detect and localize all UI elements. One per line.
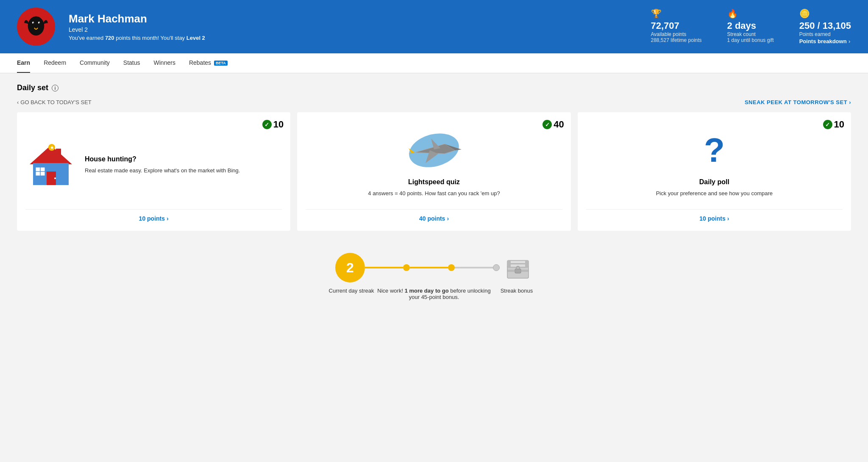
- nav-rebates[interactable]: Rebates BETA: [189, 53, 228, 73]
- streak-day-circle: 2: [335, 253, 365, 282]
- main-content: Daily set i ‹ GO BACK TO TODAY'S SET SNE…: [0, 73, 868, 334]
- available-points-value: 72,707: [651, 20, 702, 31]
- card-lightspeed-quiz[interactable]: ✓ 40: [297, 112, 570, 231]
- svg-point-7: [39, 22, 40, 23]
- back-to-today-link[interactable]: ‹ GO BACK TO TODAY'S SET: [17, 99, 92, 105]
- streak-count-label: Streak count: [727, 31, 774, 37]
- streak-dot-3: [493, 264, 500, 271]
- user-name: Mark Hachman: [69, 12, 637, 25]
- nav-community[interactable]: Community: [80, 53, 110, 73]
- card-2-check: ✓: [542, 120, 552, 129]
- card-2-footer: 40 points ›: [306, 209, 562, 222]
- card-1-desc: Real estate made easy. Explore what's on…: [85, 166, 282, 175]
- nav-winners[interactable]: Winners: [154, 53, 175, 73]
- house-svg: ★: [25, 141, 76, 188]
- streak-current-label: Current day streak: [329, 288, 374, 294]
- svg-rect-23: [507, 270, 529, 272]
- streak-bold-text: 1 more day to go: [405, 288, 449, 294]
- lifetime-points: 288,527 lifetime points: [651, 37, 702, 43]
- user-monthly-message: You've earned 720 points this month! You…: [69, 35, 637, 41]
- svg-point-6: [33, 22, 34, 23]
- card-house-hunting[interactable]: ✓ 10 ★: [17, 112, 290, 231]
- stat-streak: 🔥 2 days Streak count 1 day until bonus …: [727, 8, 774, 45]
- card-1-points-badge: ✓ 10: [262, 119, 284, 130]
- section-title: Daily set i: [17, 83, 851, 92]
- header: Mark Hachman Level 2 You've earned 720 p…: [0, 0, 868, 53]
- chest-svg: [505, 256, 531, 279]
- main-nav: Earn Redeem Community Status Winners Reb…: [0, 53, 868, 73]
- points-earned-value: 250 / 13,105: [799, 20, 851, 31]
- flame-icon: 🔥: [727, 8, 774, 19]
- card-3-body: ? Daily poll Pick your preference and se…: [586, 121, 843, 209]
- avatar: [17, 8, 55, 46]
- svg-rect-9: [56, 149, 61, 157]
- svg-text:★: ★: [50, 145, 54, 150]
- card-3-desc: Pick your preference and see how you com…: [656, 189, 773, 198]
- stat-points-earned: 🪙 250 / 13,105 Points earned Points brea…: [799, 8, 851, 45]
- streak-bonus-col: Streak bonus: [493, 288, 540, 294]
- user-level: Level 2: [69, 26, 637, 33]
- card-1-check: ✓: [262, 120, 272, 129]
- nav-status[interactable]: Status: [123, 53, 140, 73]
- card-1-text: House hunting? Real estate made easy. Ex…: [85, 155, 282, 175]
- user-info: Mark Hachman Level 2 You've earned 720 p…: [69, 12, 637, 41]
- card-2-title: Lightspeed quiz: [408, 178, 460, 186]
- streak-middle-text: Nice work! 1 more day to go before unloc…: [375, 288, 493, 300]
- nav-redeem[interactable]: Redeem: [44, 53, 66, 73]
- card-1-title: House hunting?: [85, 155, 282, 163]
- card-2-footer-link[interactable]: 40 points ›: [419, 215, 449, 222]
- streak-line-3: [455, 267, 493, 268]
- svg-point-14: [54, 177, 56, 179]
- trophy-icon: 🏆: [651, 8, 702, 19]
- stat-available-points: 🏆 72,707 Available points 288,527 lifeti…: [651, 8, 702, 45]
- card-3-footer-link[interactable]: 10 points ›: [699, 215, 729, 222]
- card-2-body: Lightspeed quiz 4 answers = 40 points. H…: [306, 121, 562, 209]
- cards-row: ✓ 10 ★: [17, 112, 851, 231]
- avatar-icon: [21, 12, 51, 41]
- question-mark-icon: ?: [704, 133, 725, 167]
- points-breakdown-link[interactable]: Points breakdown: [799, 38, 847, 44]
- header-stats: 🏆 72,707 Available points 288,527 lifeti…: [651, 8, 851, 45]
- card-3-footer: 10 points ›: [586, 209, 843, 222]
- card-3-title: Daily poll: [699, 178, 729, 186]
- card-2-desc: 4 answers = 40 points. How fast can you …: [368, 189, 500, 198]
- card-1-body: ★ House hunting? Real estate made: [25, 121, 282, 209]
- streak-line-2: [410, 267, 448, 268]
- streak-current-col: Current day streak: [328, 288, 375, 294]
- streak-labels: Current day streak Nice work! 1 more day…: [328, 288, 540, 300]
- streak-track: 2: [335, 253, 533, 282]
- streak-section: 2: [17, 244, 851, 317]
- monthly-level: Level 2: [186, 35, 205, 41]
- cards-nav-bar: ‹ GO BACK TO TODAY'S SET SNEAK PEEK AT T…: [17, 99, 851, 105]
- info-icon[interactable]: i: [52, 85, 58, 91]
- streak-line-1: [365, 267, 403, 268]
- coins-icon: 🪙: [799, 8, 851, 19]
- streak-middle-col: Nice work! 1 more day to go before unloc…: [375, 288, 493, 300]
- beta-badge: BETA: [214, 61, 228, 66]
- card-1-footer-link[interactable]: 10 points ›: [139, 215, 169, 222]
- streak-dot-1: [403, 264, 410, 271]
- svg-rect-24: [507, 260, 511, 267]
- card-2-points-badge: ✓ 40: [542, 119, 564, 130]
- streak-chest-image: [503, 254, 533, 282]
- card-3-check: ✓: [823, 120, 832, 129]
- card-3-points-badge: ✓ 10: [823, 119, 844, 130]
- svg-point-1: [28, 17, 45, 36]
- card-1-footer: 10 points ›: [25, 209, 282, 222]
- jet-image: [406, 129, 462, 172]
- streak-value: 2 days: [727, 20, 774, 31]
- streak-bonus-sub: 1 day until bonus gift: [727, 37, 774, 43]
- streak-dot-2: [448, 264, 455, 271]
- points-earned-label: Points earned: [799, 31, 851, 37]
- jet-svg: [406, 129, 462, 172]
- streak-bonus-label: Streak bonus: [501, 288, 533, 294]
- nav-earn[interactable]: Earn: [17, 53, 30, 73]
- svg-rect-25: [525, 260, 529, 267]
- sneak-peek-link[interactable]: SNEAK PEEK AT TOMORROW'S SET ›: [745, 99, 851, 105]
- card-daily-poll[interactable]: ✓ 10 ? Daily poll Pick your preference a…: [578, 112, 851, 231]
- monthly-points: 720: [105, 35, 114, 41]
- available-points-label: Available points: [651, 31, 702, 37]
- house-image: ★: [25, 141, 76, 189]
- question-mark-image: ?: [693, 129, 735, 172]
